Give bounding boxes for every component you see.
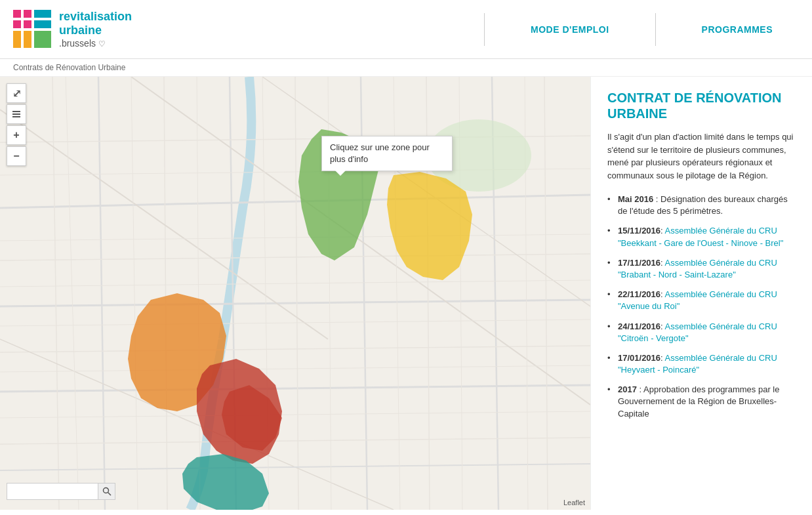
svg-rect-53 — [12, 116, 20, 117]
layers-icon — [11, 109, 22, 119]
map-background — [0, 77, 590, 510]
event-date: 17/11/2016 — [618, 258, 660, 268]
main-content: ⤢ + − Cliquez sur une zone pour plus d'i… — [0, 77, 812, 510]
subtitle-text: Contrats de Rénovation Urbaine — [13, 63, 125, 72]
panel-description: Il s'agit d'un plan d'action limité dans… — [607, 131, 796, 182]
logo-area: revitalisation urbaine .brussels ♡ — [13, 10, 132, 49]
logo-line1: revitalisation — [59, 10, 132, 24]
event-date: 17/01/2016 — [618, 353, 660, 363]
event-date: 24/11/2016 — [618, 321, 660, 331]
map-tooltip: Cliquez sur une zone pour plus d'info — [321, 136, 453, 171]
event-date: 15/11/2016 — [618, 226, 660, 236]
nav-divider-left — [484, 13, 485, 46]
nav-divider-right — [655, 13, 656, 46]
svg-rect-52 — [12, 113, 20, 115]
svg-line-55 — [108, 493, 111, 496]
search-button[interactable] — [98, 483, 115, 500]
map-area[interactable]: ⤢ + − Cliquez sur une zone pour plus d'i… — [0, 77, 590, 510]
nav-programmes[interactable]: PROGRAMMES — [676, 24, 799, 35]
list-item: 2017 : Approbation des programmes par le… — [607, 384, 796, 420]
panel-title: CONTRAT DE RÉNOVATION URBAINE — [607, 90, 796, 121]
search-icon — [102, 487, 112, 496]
leaflet-attribution: Leaflet — [563, 499, 585, 506]
nav-links: MODE D'EMPLOI PROGRAMMES — [464, 13, 799, 46]
logo-brussels: .brussels ♡ — [59, 38, 106, 49]
list-item: 17/01/2016: Assemblée Générale du CRU "H… — [607, 352, 796, 376]
event-text: : Approbation des programmes par le Gouv… — [618, 384, 779, 418]
svg-rect-51 — [12, 111, 20, 112]
logo-text: revitalisation urbaine .brussels ♡ — [59, 10, 132, 49]
event-date: 2017 — [618, 384, 637, 394]
right-panel: CONTRAT DE RÉNOVATION URBAINE Il s'agit … — [590, 77, 812, 510]
svg-point-54 — [103, 488, 108, 493]
layers-button[interactable] — [7, 104, 26, 124]
logo-icon — [13, 10, 52, 49]
map-search[interactable] — [7, 483, 115, 500]
list-item: 15/11/2016: Assemblée Générale du CRU "B… — [607, 225, 796, 249]
event-date: 22/11/2016 — [618, 289, 660, 299]
fullscreen-button[interactable]: ⤢ — [7, 83, 26, 103]
nav-mode-emploi[interactable]: MODE D'EMPLOI — [504, 24, 636, 35]
list-item: 17/11/2016: Assemblée Générale du CRU "B… — [607, 257, 796, 281]
event-date: Mai 2016 — [618, 194, 653, 204]
search-input[interactable] — [7, 483, 98, 500]
tooltip-text: Cliquez sur une zone pour plus d'info — [330, 142, 430, 164]
list-item: Mai 2016 : Désignation des bureaux charg… — [607, 194, 796, 217]
events-list: Mai 2016 : Désignation des bureaux charg… — [607, 194, 796, 420]
zoom-in-button[interactable]: + — [7, 125, 26, 145]
list-item: 24/11/2016: Assemblée Générale du CRU "C… — [607, 321, 796, 344]
map-controls: ⤢ + − — [7, 83, 26, 166]
list-item: 22/11/2016: Assemblée Générale du CRU "A… — [607, 289, 796, 312]
svg-rect-3 — [33, 30, 51, 48]
subtitle-bar: Contrats de Rénovation Urbaine — [0, 59, 812, 77]
logo-line2: urbaine — [59, 24, 132, 38]
zoom-out-button[interactable]: − — [7, 146, 26, 166]
svg-rect-7 — [31, 10, 34, 49]
site-header: revitalisation urbaine .brussels ♡ MODE … — [0, 0, 812, 59]
